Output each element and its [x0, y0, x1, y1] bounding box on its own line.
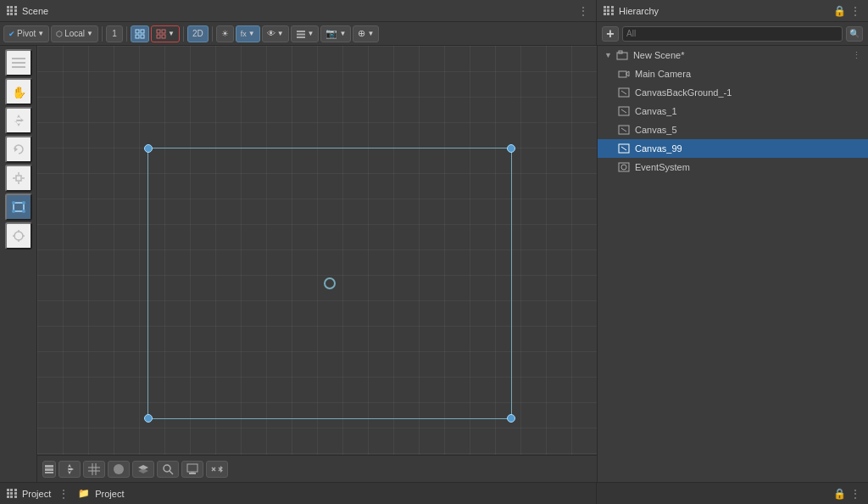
visibility-button[interactable]: 👁 ▼ — [262, 25, 289, 42]
svg-point-23 — [12, 201, 15, 204]
lock-icon[interactable]: 🔒 — [833, 5, 846, 17]
snap-settings-button[interactable]: ▼ — [151, 25, 180, 42]
pivot-button[interactable]: ✔ Pivot ▼ — [3, 25, 49, 42]
selection-rect[interactable] — [147, 148, 512, 419]
tree-item-canvas-1[interactable]: Canvas_1 — [598, 102, 868, 120]
scene-menu-icon[interactable]: ⋮ — [577, 4, 589, 18]
svg-rect-34 — [45, 472, 53, 473]
tree-item-new-scene[interactable]: ▼ New Scene* ⋮ — [598, 46, 868, 64]
rotate-icon — [12, 143, 25, 156]
svg-rect-45 — [187, 464, 198, 472]
svg-line-64 — [621, 128, 626, 132]
canvas-icon-4 — [618, 143, 630, 154]
snap-dropdown-icon: ▼ — [168, 30, 175, 37]
svg-text:✋: ✋ — [12, 86, 25, 98]
tree-item-canvas-5[interactable]: Canvas_5 — [598, 120, 868, 139]
layer-num-button[interactable]: 1 — [106, 25, 123, 42]
hierarchy-toolbar: + 🔍 — [597, 22, 868, 46]
arrow-down-icon: ▼ — [604, 51, 612, 59]
gizmos-icon: ⊕ — [358, 28, 365, 39]
bottom-render-button[interactable] — [181, 461, 203, 478]
scene-menu-icon2[interactable]: ⋮ — [852, 50, 861, 61]
svg-line-44 — [170, 471, 173, 474]
hamburger-icon — [12, 57, 25, 69]
grid-snap-button[interactable] — [131, 25, 149, 42]
gizmos-button[interactable]: ⊕ ▼ — [353, 25, 379, 42]
svg-marker-15 — [14, 115, 24, 126]
2d-mode-button[interactable]: 2D — [187, 25, 209, 42]
svg-marker-53 — [220, 466, 223, 468]
handle-center[interactable] — [324, 277, 336, 289]
tree-item-canvas-bg[interactable]: CanvasBackGround_-1 — [598, 83, 868, 102]
toolbar-sep-2 — [126, 26, 127, 42]
svg-rect-4 — [157, 30, 160, 33]
bottom-layers-button[interactable] — [132, 461, 154, 478]
tree-item-canvas-99[interactable]: Canvas_99 — [598, 139, 868, 158]
camera-icon: 📷 — [326, 28, 337, 39]
svg-rect-2 — [136, 35, 139, 38]
move-icon — [12, 114, 25, 127]
hand-icon: ✋ — [12, 85, 25, 98]
svg-rect-10 — [297, 36, 305, 38]
svg-marker-35 — [65, 464, 74, 474]
snap-icon — [156, 29, 166, 39]
lighting-button[interactable]: ☀ — [216, 25, 234, 42]
grid-btn-icon — [88, 463, 100, 475]
random-icon — [211, 463, 223, 475]
handle-top-right[interactable] — [507, 144, 515, 153]
add-hierarchy-button[interactable]: + — [602, 26, 619, 42]
project-menu-btn[interactable]: ⋮ — [58, 487, 70, 501]
handle-bottom-right[interactable] — [507, 414, 515, 423]
lock-bottom-icon[interactable]: 🔒 — [833, 488, 846, 500]
fx-button[interactable]: fx ▼ — [236, 25, 260, 42]
bottom-scroll-left[interactable] — [42, 461, 56, 478]
svg-point-43 — [164, 465, 170, 472]
tree-item-main-camera[interactable]: Main Camera — [598, 64, 868, 83]
rect-tool-button[interactable] — [5, 193, 32, 221]
camera-button[interactable]: 📷 ▼ — [320, 25, 351, 42]
svg-marker-54 — [220, 470, 223, 473]
rect-icon — [12, 200, 25, 214]
rotate-tool-button[interactable] — [5, 136, 32, 163]
camera-icon-sm — [618, 70, 630, 79]
layers-button[interactable]: ▼ — [291, 25, 320, 42]
tree-item-event-system[interactable]: EventSystem — [598, 158, 868, 176]
bottom-search-button[interactable] — [157, 461, 179, 478]
bottom-grid-button[interactable] — [83, 461, 105, 478]
bottom-translate-button[interactable] — [58, 461, 81, 478]
eye-icon: 👁 — [267, 29, 275, 38]
svg-rect-0 — [136, 30, 139, 33]
scene-viewport[interactable] — [37, 46, 597, 482]
project-folder-label: Project — [95, 489, 124, 499]
svg-rect-32 — [45, 465, 53, 468]
bottom-random-button[interactable] — [206, 461, 228, 478]
hierarchy-grid-icon — [604, 6, 614, 16]
settings-bottom-icon[interactable]: ⋮ — [849, 487, 861, 501]
transform-icon — [12, 229, 25, 243]
hierarchy-menu-icon[interactable]: ⋮ — [849, 4, 861, 18]
svg-point-24 — [22, 201, 25, 204]
bottom-circle-button[interactable] — [108, 461, 130, 478]
local-dropdown-icon: ▼ — [86, 30, 93, 37]
vis-dropdown-icon: ▼ — [277, 30, 284, 37]
scene-title: Scene — [22, 6, 48, 16]
bottom-status-bar: Project ⋮ 📁 Project 🔒 ⋮ — [0, 482, 868, 504]
move-tool-button[interactable] — [5, 107, 32, 134]
local-button[interactable]: ⬡ Local ▼ — [51, 25, 98, 42]
hierarchy-search-icon[interactable]: 🔍 — [846, 26, 863, 42]
scale-icon — [12, 171, 25, 185]
hierarchy-tree: ▼ New Scene* ⋮ Main Camera — [598, 46, 868, 482]
hierarchy-search-input[interactable] — [622, 26, 843, 42]
hand-tool-button[interactable]: ✋ — [5, 78, 32, 105]
scene-toolbar: ✔ Pivot ▼ ⬡ Local ▼ 1 — [0, 22, 597, 46]
scene-grid-icon — [7, 6, 17, 16]
transform-tool-button[interactable] — [5, 222, 32, 249]
layers-dropdown-icon: ▼ — [308, 30, 314, 37]
menu-tool-button[interactable] — [5, 49, 32, 76]
handle-bottom-left[interactable] — [144, 414, 153, 423]
svg-rect-5 — [162, 30, 165, 33]
handle-top-left[interactable] — [144, 144, 153, 153]
scale-tool-button[interactable] — [5, 165, 32, 192]
svg-point-27 — [14, 232, 23, 240]
project-grid-icon — [7, 489, 17, 499]
